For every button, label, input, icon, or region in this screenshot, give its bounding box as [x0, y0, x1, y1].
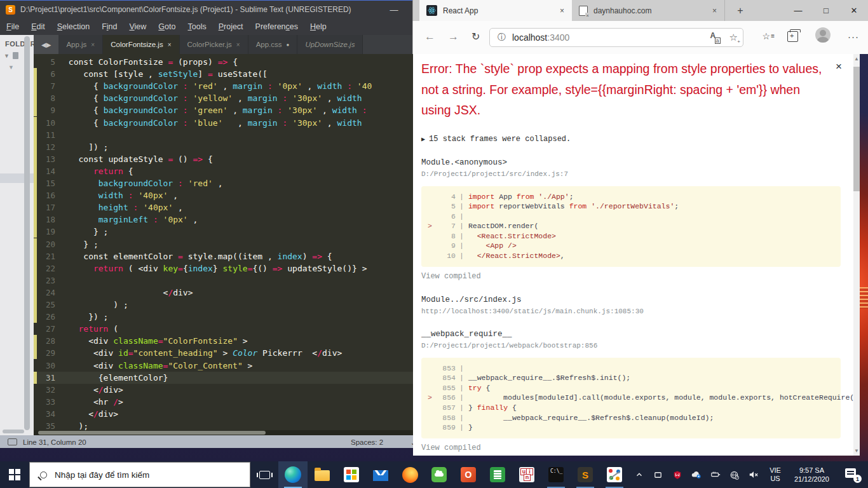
minimize-button[interactable]: — — [784, 0, 812, 21]
tab-close-icon[interactable]: × — [91, 41, 95, 48]
taskbar-office[interactable]: O — [454, 461, 483, 488]
taskbar-mail[interactable] — [366, 461, 395, 488]
code-line-34[interactable]: 34 </div> — [34, 408, 416, 420]
tray-chevron-icon[interactable] — [634, 470, 644, 480]
code-line-24[interactable]: 24 </div> — [34, 287, 416, 299]
cloud-sync-icon[interactable] — [691, 470, 702, 480]
profile-avatar[interactable] — [815, 27, 831, 43]
taskbar-store[interactable] — [337, 461, 366, 488]
code-line-16[interactable]: 16 width : '40px' , — [34, 189, 416, 201]
menu-selection[interactable]: Selection — [57, 22, 90, 31]
view-compiled-link[interactable]: View compiled — [421, 272, 850, 281]
code-line-21[interactable]: 21 const elementColor = style.map((item … — [34, 250, 416, 262]
action-center-button[interactable]: 1 — [843, 466, 862, 483]
editor-tab-app-css[interactable]: App.css● — [248, 35, 298, 54]
code-line-11[interactable]: 11 — [34, 129, 416, 141]
back-icon[interactable]: ← — [424, 30, 435, 43]
sidebar-hscrollbar[interactable] — [3, 430, 24, 433]
taskbar-firefox[interactable] — [395, 461, 424, 488]
taskbar-search-input[interactable]: Nhập tại đây để tìm kiếm — [29, 462, 250, 487]
tab-daynhauhoc[interactable]: daynhauhoc.com × — [572, 0, 725, 21]
menu-project[interactable]: Project — [219, 22, 243, 31]
tab-close-icon[interactable]: × — [552, 6, 572, 15]
code-line-12[interactable]: 12 ]) ; — [34, 141, 416, 153]
new-tab-button[interactable]: + — [731, 0, 750, 21]
taskbar-cloud-app[interactable] — [424, 461, 454, 488]
menu-file[interactable]: File — [6, 22, 19, 31]
menu-preferences[interactable]: Preferences — [255, 22, 298, 31]
scrollbar-thumb[interactable] — [853, 67, 860, 191]
maximize-button[interactable]: □ — [812, 0, 840, 21]
minimize-button[interactable]: — — [386, 1, 402, 18]
favorites-hub-icon[interactable]: ☆≡ — [762, 31, 770, 41]
indent-setting[interactable]: Spaces: 2 — [351, 438, 383, 446]
tab-close-icon[interactable]: × — [236, 41, 240, 48]
scroll-up-icon[interactable]: ▲ — [854, 56, 859, 62]
sublime-sidebar[interactable]: FOLDERS ▼ ▼ — [0, 35, 34, 435]
code-line-30[interactable]: 30 <div className="Color_Content" > — [34, 360, 416, 372]
sublime-titlebar[interactable]: S D:\Project1\project1\src\Component\Col… — [0, 1, 416, 18]
mcafee-shield-icon[interactable] — [672, 470, 682, 480]
taskbar-edge[interactable] — [278, 461, 308, 488]
editor-tab-colorpicker-js[interactable]: ColorPicker.js× — [180, 35, 248, 54]
code-line-32[interactable]: 32 </div> — [34, 384, 416, 396]
code-line-31[interactable]: 31 {elementColor} — [34, 372, 416, 384]
language-indicator[interactable]: VIE US — [767, 466, 783, 483]
scroll-down-icon[interactable]: ▼ — [854, 448, 859, 454]
start-button[interactable] — [0, 461, 29, 488]
editor-tab-app-js[interactable]: App.js× — [58, 35, 103, 54]
task-view-button[interactable] — [250, 461, 278, 488]
vintage-mode-icon[interactable] — [8, 438, 17, 445]
taskbar-file-explorer[interactable] — [308, 461, 337, 488]
code-line-7[interactable]: 7 { backgroundColor : 'red' , margin : '… — [34, 80, 416, 92]
taskbar-book-app[interactable] — [483, 461, 512, 488]
code-line-23[interactable]: 23 — [34, 274, 416, 287]
refresh-icon[interactable]: ↻ — [471, 30, 480, 43]
menu-find[interactable]: Find — [102, 22, 117, 31]
editor-hscrollbar-thumb[interactable] — [38, 431, 266, 435]
clock[interactable]: 9:57 SA 21/12/2020 — [792, 466, 832, 484]
code-line-8[interactable]: 8 { backgroundColor : 'yellow' , margin … — [34, 92, 416, 104]
battery-icon[interactable] — [710, 470, 721, 480]
translate-icon[interactable]: Aa — [710, 32, 721, 43]
menu-goto[interactable]: Goto — [158, 22, 175, 31]
editor-tab-updownsize-js[interactable]: UpDownSize.js — [297, 35, 363, 54]
code-line-28[interactable]: 28 <div className="ColorFontsize" > — [34, 335, 416, 347]
code-line-29[interactable]: 29 <div id="content_heading" > Color Pic… — [34, 347, 416, 359]
code-line-9[interactable]: 9 { backgroundColor : 'green' , margin :… — [34, 104, 416, 116]
code-line-10[interactable]: 10 { backgroundColor : 'blue' , margin :… — [34, 117, 416, 129]
menu-tools[interactable]: Tools — [187, 22, 206, 31]
collapsed-frames-note[interactable]: ▶15 stack frames were collapsed. — [421, 135, 850, 144]
network-globe-icon[interactable] — [729, 470, 740, 480]
overlay-close-icon[interactable]: × — [836, 60, 842, 73]
tree-expand-icon[interactable]: ▼ — [4, 53, 10, 59]
tab-scroll-arrows-icon[interactable]: ◀▶ — [34, 35, 58, 54]
forward-icon[interactable]: → — [448, 30, 459, 43]
tree-expand-icon[interactable]: ▼ — [8, 64, 14, 71]
add-favorite-icon[interactable]: ☆+ — [729, 32, 738, 43]
expand-triangle-icon[interactable]: ▶ — [421, 136, 425, 143]
display-rotation-icon[interactable] — [653, 470, 663, 480]
code-line-5[interactable]: 5 const ColorFontsize = (props) => { — [34, 56, 416, 68]
tab-close-icon[interactable]: × — [705, 6, 724, 15]
address-bar[interactable]: ⓘ localhost :3400 Aa ☆+ — [489, 28, 743, 47]
code-line-13[interactable]: 13 const updateStyle = () => { — [34, 153, 416, 165]
page-scrollbar[interactable]: ▲ ▼ — [853, 54, 860, 456]
code-line-22[interactable]: 22 return ( <div key={index} style={() =… — [34, 262, 416, 274]
taskbar-sublime-text[interactable]: S — [571, 461, 600, 488]
code-line-17[interactable]: 17 height : '40px' , — [34, 201, 416, 214]
tab-react-app[interactable]: React App × — [419, 0, 572, 21]
volume-muted-icon[interactable] — [748, 470, 759, 480]
taskbar-cmd[interactable]: C:\_ — [541, 461, 571, 488]
editor-tab-colorfontsize-js[interactable]: ColorFontsize.js× — [103, 35, 179, 54]
code-line-27[interactable]: 27 return ( — [34, 323, 416, 335]
sidebar-scrollbar[interactable] — [24, 36, 30, 430]
more-menu-icon[interactable]: ··· — [848, 31, 859, 42]
code-line-6[interactable]: 6 const [style , setStyle] = useState([ — [34, 68, 416, 80]
view-compiled-link[interactable]: View compiled — [421, 444, 850, 452]
collections-icon[interactable] — [787, 31, 798, 42]
code-line-25[interactable]: 25 ) ; — [34, 299, 416, 311]
code-editor[interactable]: 5 const ColorFontsize = (props) => {6 co… — [34, 54, 416, 430]
code-line-26[interactable]: 26 }) ; — [34, 311, 416, 323]
code-line-35[interactable]: 35 ); — [34, 420, 416, 430]
